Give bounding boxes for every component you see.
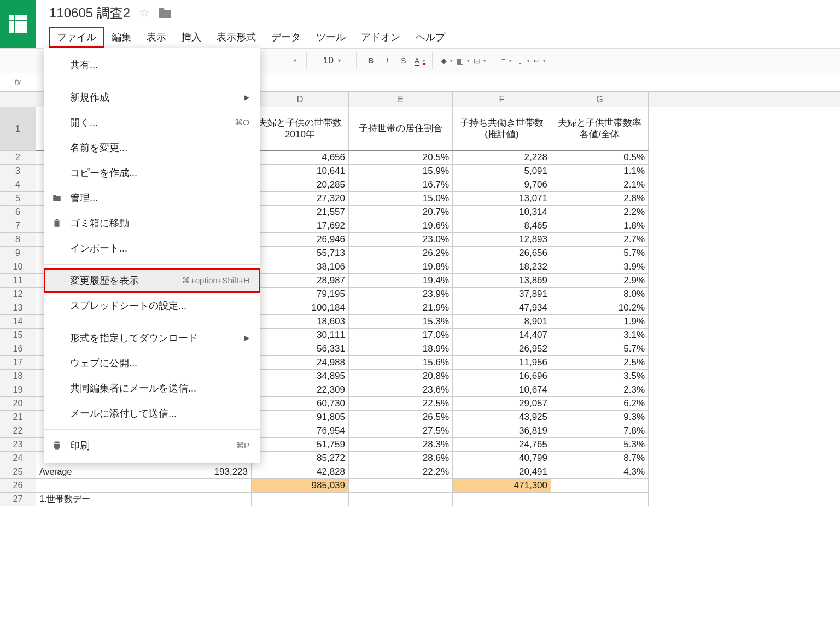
cell[interactable]: 15.3%	[349, 315, 453, 329]
cell[interactable]: 26,946	[252, 233, 349, 247]
menu-編集[interactable]: 編集	[104, 27, 139, 47]
folder-icon[interactable]	[159, 8, 171, 18]
cell[interactable]: 6.2%	[551, 397, 649, 411]
cell[interactable]: 26.2%	[349, 247, 453, 260]
cell[interactable]: 4,656	[252, 151, 349, 165]
menu-item-開く...[interactable]: 開く...⌘O	[44, 110, 260, 135]
cell[interactable]: 60,730	[252, 397, 349, 411]
menu-ファイル[interactable]: ファイル	[49, 27, 104, 47]
menu-item-ゴミ箱に移動[interactable]: ゴミ箱に移動	[44, 211, 260, 236]
menu-item-形式を指定してダウンロード[interactable]: 形式を指定してダウンロード▶	[44, 325, 260, 350]
cell[interactable]: 20,285	[252, 178, 349, 192]
cell[interactable]: 12,893	[453, 233, 551, 247]
row-header[interactable]: 19	[0, 383, 36, 397]
cell[interactable]: 21,557	[252, 206, 349, 219]
cell[interactable]: 14,407	[453, 329, 551, 342]
menu-item-インポート...[interactable]: インポート...	[44, 236, 260, 261]
cell[interactable]: 28.6%	[349, 452, 453, 465]
cell[interactable]: 2.5%	[551, 356, 649, 370]
cell[interactable]: 29,057	[453, 397, 551, 411]
row-header[interactable]: 27	[0, 493, 36, 506]
row-header[interactable]: 22	[0, 424, 36, 438]
app-logo[interactable]	[0, 0, 36, 48]
cell[interactable]: 5,091	[453, 165, 551, 178]
cell[interactable]: 17,692	[252, 219, 349, 233]
cell[interactable]: 2.1%	[551, 178, 649, 192]
menu-item-名前を変更...[interactable]: 名前を変更...	[44, 135, 260, 160]
cell[interactable]: 5.7%	[551, 342, 649, 356]
cell[interactable]: 7.8%	[551, 424, 649, 438]
cell[interactable]: 20.7%	[349, 206, 453, 219]
cell[interactable]: 8,465	[453, 219, 551, 233]
cell[interactable]: 2.9%	[551, 274, 649, 288]
row-header[interactable]: 23	[0, 438, 36, 452]
borders-button[interactable]: ▦▾	[456, 53, 471, 68]
cell[interactable]: 79,195	[252, 288, 349, 301]
cell[interactable]: 9,706	[453, 178, 551, 192]
cell[interactable]: 85,272	[252, 452, 349, 465]
cell[interactable]: 26,656	[453, 247, 551, 260]
cell[interactable]: 4.3%	[551, 465, 649, 479]
cell[interactable]: 26.5%	[349, 411, 453, 424]
row-header[interactable]: 3	[0, 165, 36, 178]
document-title[interactable]: 110605 調査2	[49, 4, 130, 22]
menu-item-変更履歴を表示[interactable]: 変更履歴を表示⌘+option+Shift+H	[44, 268, 260, 293]
cell[interactable]: 18,603	[252, 315, 349, 329]
cell[interactable]: 5.3%	[551, 438, 649, 452]
cell[interactable]: 985,039	[252, 479, 349, 493]
row-header[interactable]: 20	[0, 397, 36, 411]
cell[interactable]: 1.9%	[551, 315, 649, 329]
cell[interactable]: Average	[36, 465, 95, 479]
row-header[interactable]: 11	[0, 274, 36, 288]
cell[interactable]: 1.世帯数デー	[36, 493, 95, 506]
row-header[interactable]: 1	[0, 107, 36, 151]
cell[interactable]: 1.8%	[551, 219, 649, 233]
row-header[interactable]: 14	[0, 315, 36, 329]
cell[interactable]: 22.5%	[349, 397, 453, 411]
row-header[interactable]: 5	[0, 192, 36, 206]
cell[interactable]: 193,223	[95, 465, 252, 479]
cell[interactable]: 21.9%	[349, 301, 453, 315]
font-size-select[interactable]: 10▼	[313, 55, 352, 66]
wrap-button[interactable]: ↵▾	[532, 53, 547, 68]
cell[interactable]: 16,696	[453, 370, 551, 383]
cell[interactable]: 56,331	[252, 342, 349, 356]
cell[interactable]: 15.9%	[349, 165, 453, 178]
cell[interactable]: 20.8%	[349, 370, 453, 383]
row-header[interactable]: 24	[0, 452, 36, 465]
row-header[interactable]: 13	[0, 301, 36, 315]
h-align-button[interactable]: ≡▾	[499, 53, 514, 68]
cell[interactable]: 5.7%	[551, 247, 649, 260]
cell[interactable]: 15.0%	[349, 192, 453, 206]
cell[interactable]: 子持世帯の居住割合	[349, 107, 453, 151]
row-header[interactable]: 18	[0, 370, 36, 383]
row-header[interactable]: 16	[0, 342, 36, 356]
cell[interactable]: 47,934	[453, 301, 551, 315]
row-header[interactable]: 6	[0, 206, 36, 219]
cell[interactable]: 24,765	[453, 438, 551, 452]
italic-button[interactable]: I	[380, 53, 395, 68]
menu-データ[interactable]: データ	[264, 27, 308, 47]
cell[interactable]: 19.6%	[349, 219, 453, 233]
cell[interactable]: 51,759	[252, 438, 349, 452]
cell[interactable]: 17.0%	[349, 329, 453, 342]
cell[interactable]: 100,184	[252, 301, 349, 315]
cell[interactable]: 子持ち共働き世帯数(推計値)	[453, 107, 551, 151]
cell[interactable]	[95, 493, 252, 506]
col-header[interactable]: D	[252, 92, 349, 107]
cell[interactable]: 26,952	[453, 342, 551, 356]
cell[interactable]	[349, 479, 453, 493]
cell[interactable]: 10,641	[252, 165, 349, 178]
col-header[interactable]: E	[349, 92, 453, 107]
col-header[interactable]: G	[551, 92, 649, 107]
cell[interactable]: 55,713	[252, 247, 349, 260]
cell[interactable]: 20.5%	[349, 151, 453, 165]
text-color-button[interactable]: A▾	[412, 53, 428, 68]
cell[interactable]: 28,987	[252, 274, 349, 288]
row-header[interactable]: 8	[0, 233, 36, 247]
star-icon[interactable]: ☆	[139, 6, 150, 20]
v-align-button[interactable]: ⭣▾	[515, 53, 530, 68]
cell[interactable]: 3.9%	[551, 260, 649, 274]
cell[interactable]: 23.9%	[349, 288, 453, 301]
cell[interactable]	[551, 479, 649, 493]
